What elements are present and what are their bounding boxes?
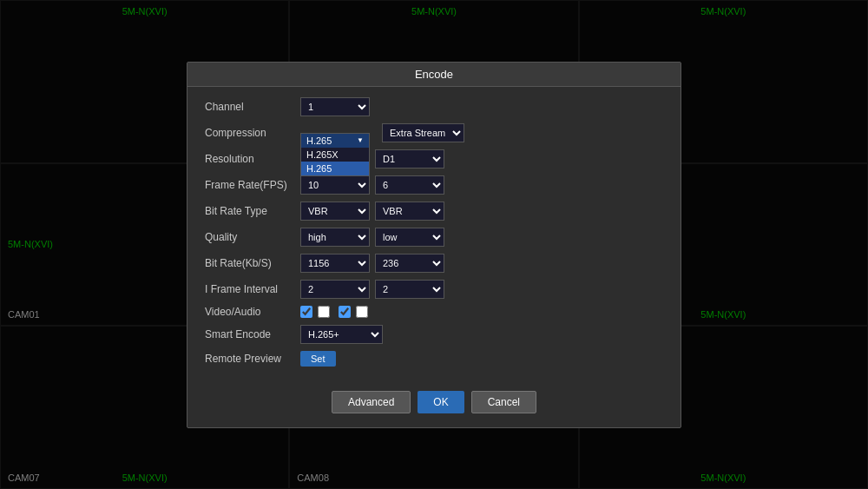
bit-rate-extra-select[interactable]: 128256236512 <box>375 254 444 273</box>
modal-footer: Advanced OK Cancel <box>187 380 681 427</box>
channel-row: Channel 1234 <box>205 97 663 116</box>
remote-preview-label: Remote Preview <box>205 353 300 365</box>
bit-rate-type-controls: VBRCBR VBRCBR <box>300 202 663 221</box>
remote-preview-controls: Set <box>300 351 663 367</box>
main-audio-container <box>318 306 330 318</box>
bit-rate-type-row: Bit Rate Type VBRCBR VBRCBR <box>205 202 663 221</box>
compression-option-h265x[interactable]: H.265X <box>301 148 369 162</box>
video-audio-controls <box>300 306 663 318</box>
frame-rate-main-select[interactable]: 610152025 <box>300 175 370 195</box>
extra-video-checkbox[interactable] <box>339 306 351 318</box>
compression-controls: H.265 ▼ H.265X H.265 Extra StreamMain St… <box>300 123 663 142</box>
frame-rate-row: Frame Rate(FPS) 610152025 610152025 <box>205 175 663 195</box>
quality-controls: lowestlowmediumhighhigherhighest lowestl… <box>300 228 663 247</box>
video-audio-row: Video/Audio <box>205 306 663 318</box>
set-button[interactable]: Set <box>300 351 336 367</box>
bit-rate-row: Bit Rate(Kb/S) 512102411562048 128256236… <box>205 254 663 273</box>
compression-arrow: ▼ <box>357 136 364 144</box>
resolution-extra-select[interactable]: D1CIFQCIF <box>375 149 444 169</box>
compression-row: Compression H.265 ▼ H.265X H.265 <box>205 123 663 142</box>
extra-stream-select[interactable]: Extra StreamMain Stream <box>382 123 464 142</box>
resolution-label: Resolution <box>205 153 300 165</box>
modal-title: Encode <box>187 63 681 87</box>
quality-row: Quality lowestlowmediumhighhigherhighest… <box>205 228 663 247</box>
compression-dropdown-open[interactable]: H.265 ▼ H.265X H.265 <box>300 133 370 176</box>
frame-rate-controls: 610152025 610152025 <box>300 175 663 195</box>
encode-modal: Encode Channel 1234 Compression <box>187 62 681 428</box>
quality-main-select[interactable]: lowestlowmediumhighhigherhighest <box>300 228 370 247</box>
cancel-button[interactable]: Cancel <box>471 391 536 413</box>
i-frame-controls: 12345 12345 <box>300 280 663 299</box>
i-frame-extra-select[interactable]: 12345 <box>375 280 444 299</box>
i-frame-label: I Frame Interval <box>205 283 300 295</box>
channel-label: Channel <box>205 101 300 113</box>
modal-body: Channel 1234 Compression H.265 <box>187 87 681 380</box>
bit-rate-type-label: Bit Rate Type <box>205 205 300 217</box>
bit-rate-type-main-select[interactable]: VBRCBR <box>300 202 370 221</box>
compression-header-label: H.265 <box>306 135 332 146</box>
bit-rate-type-extra-select[interactable]: VBRCBR <box>375 202 444 221</box>
extra-audio-container <box>356 306 368 318</box>
main-video-checkbox[interactable] <box>300 306 312 318</box>
i-frame-main-select[interactable]: 12345 <box>300 280 370 299</box>
i-frame-row: I Frame Interval 12345 12345 <box>205 280 663 299</box>
quality-extra-select[interactable]: lowestlowmediumhighhigherhighest <box>375 228 444 247</box>
extra-video-container <box>339 306 351 318</box>
extra-audio-checkbox[interactable] <box>356 306 368 318</box>
compression-header: H.265 ▼ <box>301 134 369 148</box>
video-audio-label: Video/Audio <box>205 306 300 318</box>
ok-button[interactable]: OK <box>418 391 464 413</box>
compression-label: Compression <box>205 127 300 139</box>
main-video-container <box>300 306 312 318</box>
modal-overlay: Encode Channel 1234 Compression <box>0 0 868 489</box>
smart-encode-label: Smart Encode <box>205 328 300 340</box>
advanced-button[interactable]: Advanced <box>332 391 411 413</box>
resolution-row: Resolution D1720P1080P D1CIFQCIF <box>205 149 663 169</box>
compression-option-h265[interactable]: H.265 <box>301 162 369 175</box>
main-audio-checkbox[interactable] <box>318 306 330 318</box>
frame-rate-label: Frame Rate(FPS) <box>205 179 300 191</box>
quality-label: Quality <box>205 231 300 243</box>
frame-rate-extra-select[interactable]: 610152025 <box>375 175 444 195</box>
bit-rate-main-select[interactable]: 512102411562048 <box>300 254 370 273</box>
channel-controls: 1234 <box>300 97 663 116</box>
smart-encode-row: Smart Encode H.265+H.265Off <box>205 325 663 344</box>
bit-rate-controls: 512102411562048 128256236512 <box>300 254 663 273</box>
bit-rate-label: Bit Rate(Kb/S) <box>205 257 300 269</box>
channel-select[interactable]: 1234 <box>300 97 370 116</box>
remote-preview-row: Remote Preview Set <box>205 351 663 367</box>
smart-encode-select[interactable]: H.265+H.265Off <box>300 325 383 344</box>
smart-encode-controls: H.265+H.265Off <box>300 325 663 344</box>
